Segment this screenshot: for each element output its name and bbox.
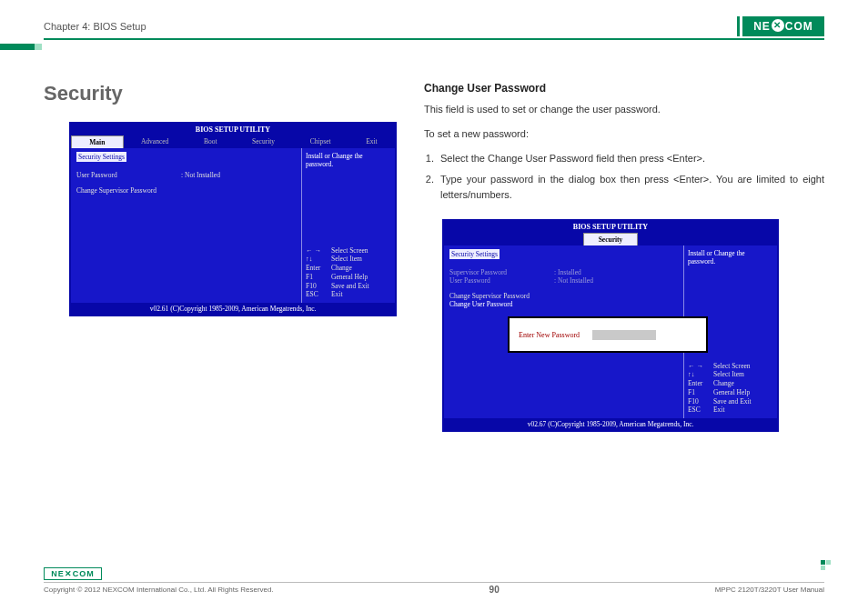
help-key: ← → bbox=[688, 362, 710, 371]
logo-x-icon: ✕ bbox=[772, 19, 784, 32]
bios-row-change-user[interactable]: Change User Password bbox=[449, 300, 678, 308]
change-user-password-heading: Change User Password bbox=[424, 82, 824, 95]
nexcom-logo: NE✕COM bbox=[742, 16, 824, 36]
bios-footer: v02.61 (C)Copyright 1985-2009, American … bbox=[71, 303, 395, 315]
bios-main-panel: Security Settings User Password : Not In… bbox=[71, 148, 302, 303]
help-key: Enter bbox=[306, 264, 328, 273]
help-key: ESC bbox=[306, 290, 328, 299]
header-accent-bar bbox=[0, 44, 35, 50]
footer-manual-name: MPPC 2120T/3220T User Manual bbox=[715, 586, 824, 594]
help-action: General Help bbox=[331, 273, 368, 282]
bios-tabs: Security bbox=[444, 233, 777, 245]
right-column: Change User Password This field is used … bbox=[424, 82, 824, 432]
step-2: Type your password in the dialog box the… bbox=[437, 172, 824, 203]
bios-tabs: Main Advanced Boot Security Chipset Exit bbox=[71, 135, 395, 148]
bios-row-user-password: User Password : Not Installed bbox=[76, 171, 296, 179]
bios-row-label: User Password bbox=[76, 171, 181, 179]
page-header: Chapter 4: BIOS Setup NE✕COM bbox=[44, 16, 824, 40]
bios-tab-boot[interactable]: Boot bbox=[187, 135, 235, 148]
bios-row-value: : Not Installed bbox=[554, 276, 593, 285]
help-key: ESC bbox=[688, 406, 710, 415]
bios-row-change-supervisor[interactable]: Change Supervisor Password bbox=[449, 292, 678, 300]
bios-side-hint: Install or Change the password. bbox=[306, 152, 391, 168]
bios-tab-advanced[interactable]: Advanced bbox=[124, 135, 187, 148]
help-key: F1 bbox=[688, 388, 710, 397]
footer-page-number: 90 bbox=[490, 585, 500, 595]
bios-tab-security[interactable]: Security bbox=[235, 135, 293, 148]
page-footer: NE✕COM Copyright © 2012 NEXCOM Internati… bbox=[44, 567, 824, 595]
help-key: Enter bbox=[688, 379, 710, 388]
help-key: ← → bbox=[306, 246, 328, 255]
bios-body: Security Settings User Password : Not In… bbox=[71, 148, 395, 303]
bios-title: BIOS SETUP UTILITY bbox=[71, 124, 395, 135]
left-column: Security BIOS SETUP UTILITY Main Advance… bbox=[44, 82, 399, 432]
password-dialog: Enter New Password bbox=[508, 316, 708, 353]
help-action: General Help bbox=[713, 388, 750, 397]
help-action: Select Item bbox=[713, 370, 744, 379]
bios-title: BIOS SETUP UTILITY bbox=[444, 221, 777, 233]
bios-row-label: Supervisor Password bbox=[449, 268, 554, 276]
bios-row-label: User Password bbox=[449, 276, 554, 285]
help-action: Change bbox=[713, 379, 734, 388]
bios-screenshot-left: BIOS SETUP UTILITY Main Advanced Boot Se… bbox=[69, 122, 397, 316]
content-columns: Security BIOS SETUP UTILITY Main Advance… bbox=[44, 82, 824, 432]
bios-row-change-supervisor[interactable]: Change Supervisor Password bbox=[76, 186, 296, 195]
bios-row-value: : Installed bbox=[554, 268, 581, 276]
bios-section-heading: Security Settings bbox=[76, 152, 126, 162]
step-1: Select the Change User Password field th… bbox=[437, 151, 824, 166]
help-key: ↑↓ bbox=[306, 255, 328, 264]
bios-screenshot-right: BIOS SETUP UTILITY Security Security Set… bbox=[442, 219, 779, 432]
password-input[interactable] bbox=[592, 330, 656, 340]
bios-main-panel: Security Settings Supervisor Password : … bbox=[444, 245, 684, 418]
help-action: Save and Exit bbox=[713, 397, 752, 406]
bios-side-hint: Install or Change the password. bbox=[688, 249, 773, 265]
bios-tab-security[interactable]: Security bbox=[583, 233, 638, 245]
help-action: Change bbox=[331, 264, 352, 273]
help-action: Select Item bbox=[331, 255, 362, 264]
intro-para-1: This field is used to set or change the … bbox=[424, 102, 824, 117]
footer-copyright: Copyright © 2012 NEXCOM International Co… bbox=[44, 586, 274, 594]
instruction-list: Select the Change User Password field th… bbox=[437, 151, 824, 203]
intro-para-2: To set a new password: bbox=[424, 126, 824, 142]
bios-row-supervisor-password: Supervisor Password : Installed bbox=[449, 268, 678, 276]
bios-side-panel: Install or Change the password. ← →Selec… bbox=[302, 148, 395, 303]
security-heading: Security bbox=[44, 82, 399, 105]
bios-tab-chipset[interactable]: Chipset bbox=[292, 135, 348, 148]
help-action: Save and Exit bbox=[331, 282, 369, 291]
help-key: ↑↓ bbox=[688, 370, 710, 379]
help-key: F1 bbox=[306, 273, 328, 282]
bios-body: Security Settings Supervisor Password : … bbox=[444, 245, 777, 418]
dialog-prompt: Enter New Password bbox=[519, 331, 580, 339]
bios-help-block: ← →Select Screen ↑↓Select Item EnterChan… bbox=[306, 246, 391, 300]
help-action: Select Screen bbox=[331, 246, 368, 255]
bios-row-value: : Not Installed bbox=[181, 171, 220, 179]
bios-help-block: ← →Select Screen ↑↓Select Item EnterChan… bbox=[688, 362, 773, 416]
help-action: Exit bbox=[713, 406, 725, 415]
footer-nexcom-logo: NE✕COM bbox=[44, 567, 102, 580]
bios-footer: v02.67 (C)Copyright 1985-2009, American … bbox=[444, 418, 777, 430]
help-key: F10 bbox=[306, 282, 328, 291]
bios-row-user-password: User Password : Not Installed bbox=[449, 276, 678, 285]
footer-dots-icon bbox=[821, 560, 832, 571]
chapter-label: Chapter 4: BIOS Setup bbox=[44, 21, 146, 32]
bios-tab-exit[interactable]: Exit bbox=[348, 135, 395, 148]
help-action: Select Screen bbox=[713, 362, 751, 371]
bios-section-heading: Security Settings bbox=[449, 249, 500, 259]
help-action: Exit bbox=[331, 290, 343, 299]
help-key: F10 bbox=[688, 397, 710, 406]
footer-line: Copyright © 2012 NEXCOM International Co… bbox=[44, 582, 824, 595]
bios-tab-main[interactable]: Main bbox=[71, 135, 124, 148]
